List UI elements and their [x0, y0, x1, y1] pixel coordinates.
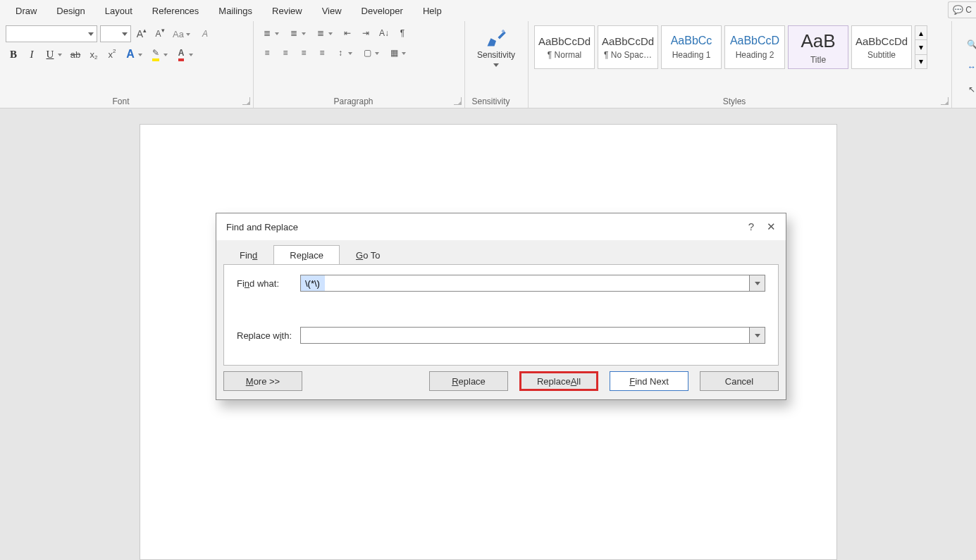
clear-format-icon[interactable]: A [197, 26, 213, 42]
ribbon-tabs: Draw Design Layout References Mailings R… [0, 0, 976, 21]
style-tile-title[interactable]: AaBTitle [788, 25, 848, 69]
shading-icon[interactable]: ▢ [359, 45, 375, 61]
sensitivity-icon [483, 25, 509, 49]
borders-icon[interactable]: ▦ [386, 45, 402, 61]
subscript-icon[interactable]: x2 [86, 46, 101, 62]
tab-layout[interactable]: Layout [95, 1, 142, 20]
grow-font-icon[interactable]: A▴ [134, 26, 149, 42]
group-paragraph-label: Paragraph [254, 97, 453, 106]
tab-help[interactable]: Help [413, 1, 452, 20]
sensitivity-button[interactable]: Sensitivity [471, 25, 521, 69]
tab-references[interactable]: References [142, 1, 209, 20]
bullets-icon[interactable]: ≣ [259, 25, 275, 41]
align-right-icon[interactable]: ≡ [296, 45, 311, 61]
line-spacing-icon[interactable]: ↕ [333, 45, 348, 61]
style-name: Heading 1 [672, 50, 711, 60]
gallery-more-icon[interactable]: ▾ [915, 55, 927, 68]
change-case-icon[interactable]: Aa [171, 26, 186, 42]
style-tile-heading-1[interactable]: AaBbCcHeading 1 [661, 25, 722, 69]
style-preview: AaBbCcDd [855, 35, 908, 47]
styles-dialog-launcher[interactable] [941, 97, 949, 105]
tab-review[interactable]: Review [262, 1, 312, 20]
italic-icon[interactable]: I [24, 46, 39, 62]
font-size-combo[interactable] [100, 25, 131, 42]
gallery-down-icon[interactable]: ▾ [915, 40, 927, 54]
comments-label: C [965, 5, 972, 15]
style-gallery-scroll[interactable]: ▴▾▾ [915, 25, 927, 69]
align-left-icon[interactable]: ≡ [259, 45, 275, 61]
styles-gallery: AaBbCcDd¶ NormalAaBbCcDd¶ No Spac…AaBbCc… [534, 25, 946, 69]
show-marks-icon[interactable]: ¶ [395, 25, 410, 41]
group-paragraph: ≣ ≣ ≣ ⇤ ⇥ A↓ ¶ ≡ ≡ ≡ ≡ ↕ ▢ ▦ Paragraph [254, 21, 465, 108]
style-tile--no-spac-[interactable]: AaBbCcDd¶ No Spac… [598, 25, 658, 69]
justify-icon[interactable]: ≡ [314, 45, 330, 61]
ribbon: A▴ A▾ Aa A B I U ab x2 x2 A ✎ A Font [0, 21, 976, 108]
style-name: Heading 2 [736, 50, 774, 60]
tab-draw[interactable]: Draw [6, 1, 47, 20]
find-icon[interactable]: 🔍 [967, 39, 977, 49]
tab-mailings[interactable]: Mailings [209, 1, 262, 20]
style-tile-heading-2[interactable]: AaBbCcDHeading 2 [724, 25, 785, 69]
font-family-combo[interactable] [6, 25, 97, 42]
tab-developer[interactable]: Developer [352, 1, 413, 20]
superscript-icon[interactable]: x2 [104, 46, 120, 62]
comments-button[interactable]: 💬 C [948, 1, 976, 18]
style-preview: AaBbCc [671, 35, 712, 47]
increase-indent-icon[interactable]: ⇥ [358, 25, 373, 41]
sort-icon[interactable]: A↓ [376, 25, 392, 41]
group-styles: AaBbCcDd¶ NormalAaBbCcDd¶ No Spac…AaBbCc… [529, 21, 952, 108]
font-color-icon[interactable]: A [173, 46, 189, 62]
group-editing: 🔍 ↔ ↖ [952, 21, 976, 108]
multilevel-icon[interactable]: ≣ [313, 25, 328, 41]
style-tile--normal[interactable]: AaBbCcDd¶ Normal [534, 25, 595, 69]
style-tile-subtitle[interactable]: AaBbCcDdSubtitle [851, 25, 912, 69]
underline-icon[interactable]: U [42, 46, 58, 62]
gallery-up-icon[interactable]: ▴ [915, 26, 927, 40]
style-preview: AaBbCcDd [538, 35, 591, 47]
select-icon[interactable]: ↖ [968, 85, 975, 94]
text-effects-icon[interactable]: A [123, 46, 138, 62]
group-sensitivity-label: Sensitivity [465, 97, 517, 106]
highlight-icon[interactable]: ✎ [148, 46, 163, 62]
tab-design[interactable]: Design [47, 1, 94, 20]
strikethrough-icon[interactable]: ab [68, 46, 83, 62]
tab-view[interactable]: View [312, 1, 352, 20]
group-font: A▴ A▾ Aa A B I U ab x2 x2 A ✎ A Font [0, 21, 254, 108]
paragraph-dialog-launcher[interactable] [454, 97, 462, 105]
style-name: ¶ Normal [548, 50, 581, 60]
style-preview: AaB [801, 30, 835, 52]
align-center-icon[interactable]: ≡ [278, 45, 293, 61]
group-styles-label: Styles [529, 97, 940, 106]
sensitivity-label: Sensitivity [477, 51, 515, 69]
decrease-indent-icon[interactable]: ⇤ [340, 25, 355, 41]
numbering-icon[interactable]: ≣ [286, 25, 302, 41]
replace-icon[interactable]: ↔ [968, 62, 976, 72]
group-sensitivity: Sensitivity Sensitivity [465, 21, 529, 108]
font-dialog-launcher[interactable] [242, 97, 250, 105]
style-preview: AaBbCcDd [602, 35, 654, 47]
style-name: Subtitle [867, 50, 896, 60]
shrink-font-icon[interactable]: A▾ [152, 26, 168, 42]
style-name: ¶ No Spac… [604, 50, 652, 60]
bold-icon[interactable]: B [6, 46, 21, 62]
group-font-label: Font [0, 97, 242, 106]
style-preview: AaBbCcD [730, 35, 779, 47]
style-name: Title [810, 55, 826, 65]
